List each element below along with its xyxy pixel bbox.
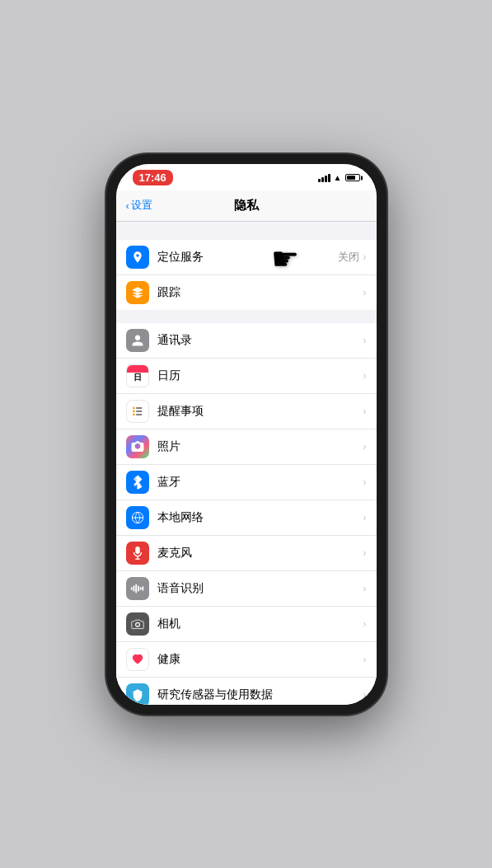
svg-rect-3	[136, 407, 142, 408]
page-title: 隐私	[234, 198, 259, 213]
reminders-label: 提醒事项	[157, 404, 363, 419]
list-item-localnetwork[interactable]: 本地网络 ›	[116, 500, 377, 536]
section-gap-top	[116, 222, 377, 240]
list-item-research[interactable]: 研究传感器与使用数据 ›	[116, 678, 377, 705]
contacts-icon	[126, 329, 149, 352]
bluetooth-label: 蓝牙	[157, 475, 363, 490]
chevron-icon: ›	[363, 369, 366, 382]
list-item-photos[interactable]: 照片 ›	[116, 429, 377, 465]
health-icon	[126, 648, 149, 671]
list-item-calendar[interactable]: 日 日历 ›	[116, 359, 377, 394]
chevron-icon: ›	[363, 582, 366, 594]
list-item-speech[interactable]: 语音识别 ›	[116, 571, 377, 607]
phone-screen: 17:46 ▲ ‹ 设置 隐私	[116, 164, 377, 705]
list-item-location[interactable]: 定位服务 关闭 ›	[116, 240, 377, 275]
svg-rect-15	[135, 584, 137, 593]
chevron-icon: ›	[363, 476, 366, 488]
svg-rect-14	[133, 585, 134, 591]
calendar-label: 日历	[157, 368, 363, 383]
status-time: 17:46	[133, 170, 173, 185]
location-icon	[126, 246, 149, 269]
chevron-icon: ›	[363, 405, 366, 417]
chevron-icon: ›	[363, 286, 366, 298]
back-button[interactable]: ‹ 设置	[126, 198, 152, 213]
location-label: 定位服务	[157, 250, 339, 265]
chevron-icon: ›	[363, 547, 366, 559]
chevron-icon: ›	[363, 334, 366, 346]
localnetwork-label: 本地网络	[157, 510, 363, 525]
list-item-camera[interactable]: 相机 ›	[116, 607, 377, 642]
svg-rect-4	[136, 411, 142, 411]
list-item-tracking[interactable]: 跟踪 ›	[116, 275, 377, 310]
status-icons: ▲	[318, 173, 360, 182]
phone-frame: 17:46 ▲ ‹ 设置 隐私	[106, 154, 387, 715]
chevron-back-icon: ‹	[126, 199, 129, 212]
svg-rect-16	[138, 585, 139, 591]
photos-label: 照片	[157, 439, 363, 454]
back-label: 设置	[131, 198, 152, 213]
tracking-icon	[126, 281, 149, 304]
nav-bar: ‹ 设置 隐私	[116, 190, 377, 222]
chevron-icon: ›	[363, 251, 366, 263]
wifi-icon: ▲	[334, 173, 342, 182]
battery-icon	[345, 174, 360, 181]
location-status: 关闭	[338, 250, 359, 265]
calendar-icon: 日	[126, 364, 149, 387]
reminders-icon	[126, 400, 149, 423]
research-icon	[126, 683, 149, 705]
research-label: 研究传感器与使用数据	[157, 687, 363, 702]
chevron-icon: ›	[363, 653, 366, 665]
chevron-icon: ›	[363, 511, 366, 523]
list-item-reminders[interactable]: 提醒事项 ›	[116, 394, 377, 429]
speech-label: 语音识别	[157, 581, 363, 596]
signal-icon	[318, 174, 330, 182]
chevron-icon: ›	[363, 688, 366, 701]
svg-rect-18	[142, 586, 143, 590]
health-label: 健康	[157, 652, 363, 667]
list-item-microphone[interactable]: 麦克风 ›	[116, 536, 377, 571]
svg-point-0	[133, 406, 135, 409]
camera-label: 相机	[157, 617, 363, 631]
svg-point-1	[133, 410, 135, 412]
chevron-icon: ›	[363, 440, 366, 453]
section-gap-middle	[116, 310, 377, 323]
camera-icon	[126, 612, 149, 636]
microphone-label: 麦克风	[157, 546, 363, 561]
location-right: 关闭 ›	[338, 250, 366, 265]
status-bar: 17:46 ▲	[116, 164, 377, 190]
list-item-bluetooth[interactable]: 蓝牙 ›	[116, 465, 377, 500]
chevron-icon: ›	[363, 617, 366, 630]
list-item-contacts[interactable]: 通讯录 ›	[116, 323, 377, 359]
photos-icon	[126, 435, 149, 458]
list-item-health[interactable]: 健康 ›	[116, 642, 377, 678]
tracking-label: 跟踪	[157, 285, 363, 300]
localnetwork-icon	[126, 506, 149, 529]
svg-rect-17	[139, 587, 141, 590]
contacts-label: 通讯录	[157, 333, 363, 348]
svg-rect-10	[135, 546, 139, 553]
svg-point-2	[133, 413, 135, 415]
svg-rect-5	[136, 414, 142, 415]
top-section: 定位服务 关闭 › 跟踪 ›	[116, 240, 377, 310]
microphone-icon	[126, 542, 149, 565]
tracking-right: ›	[363, 286, 366, 298]
speech-icon	[126, 577, 149, 600]
bluetooth-icon	[126, 471, 149, 494]
svg-rect-13	[130, 587, 132, 590]
bottom-section: 通讯录 › 日 日历 ›	[116, 323, 377, 705]
